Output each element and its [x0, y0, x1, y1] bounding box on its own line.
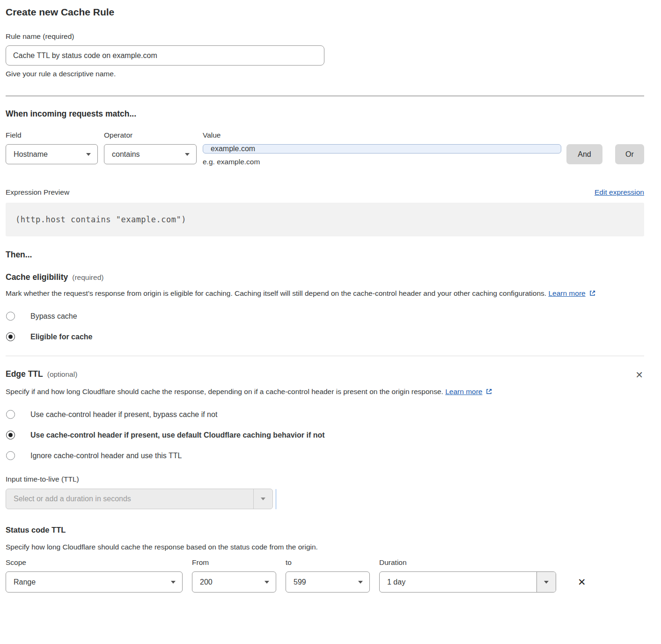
status-code-ttl-row: Scope Range From 200 to 599 Duration 1 d…	[6, 558, 644, 593]
cache-eligibility-header: Cache eligibility (required)	[6, 272, 644, 282]
radio-label: Bypass cache	[30, 312, 77, 321]
radio-icon[interactable]	[6, 410, 15, 419]
to-select-value: 599	[294, 578, 306, 586]
value-label: Value	[203, 131, 561, 139]
text-cursor	[275, 489, 277, 509]
learn-more-link[interactable]: Learn more	[548, 289, 595, 297]
radio-label: Eligible for cache	[30, 333, 92, 341]
to-label: to	[286, 558, 370, 567]
operator-select[interactable]: contains	[104, 144, 197, 164]
radio-icon[interactable]	[6, 451, 15, 460]
required-tag: (required)	[72, 273, 103, 282]
radio-label: Ignore cache-control header and use this…	[30, 452, 182, 460]
radio-ignore-cache-control[interactable]: Ignore cache-control header and use this…	[6, 451, 644, 460]
expression-preview-label: Expression Preview	[6, 188, 69, 197]
section-divider	[6, 356, 644, 356]
rule-name-label: Rule name (required)	[6, 32, 644, 41]
chevron-down-icon	[358, 581, 363, 584]
scope-select[interactable]: Range	[6, 571, 183, 593]
radio-eligible-for-cache[interactable]: Eligible for cache	[6, 332, 644, 341]
dropdown-arrow-button[interactable]	[536, 572, 556, 592]
ttl-duration-select[interactable]: Select or add a duration in seconds	[6, 489, 273, 509]
chevron-down-icon	[544, 581, 549, 584]
cache-eligibility-title: Cache eligibility	[6, 272, 68, 282]
page-title: Create new Cache Rule	[6, 7, 644, 18]
scope-label: Scope	[6, 558, 183, 567]
edge-ttl-header: Edge TTL (optional) ✕	[6, 369, 644, 381]
ttl-input-row: Select or add a duration in seconds	[6, 489, 644, 509]
duration-select-value: 1 day	[380, 572, 536, 592]
and-button[interactable]: And	[566, 144, 602, 164]
section-divider	[6, 95, 644, 96]
radio-icon[interactable]	[6, 312, 15, 321]
external-link-icon	[485, 388, 492, 395]
status-code-ttl-description: Specify how long Cloudflare should cache…	[6, 541, 644, 554]
radio-icon[interactable]	[6, 431, 15, 439]
chevron-down-icon	[86, 153, 91, 156]
edit-expression-link[interactable]: Edit expression	[595, 188, 644, 197]
description-text: Specify if and how long Cloudflare shoul…	[6, 388, 443, 395]
ttl-placeholder: Select or add a duration in seconds	[6, 489, 253, 509]
condition-row: Field Hostname Operator contains Value e…	[6, 131, 644, 166]
radio-cache-control-default[interactable]: Use cache-control header if present, use…	[6, 431, 644, 439]
operator-select-value: contains	[112, 150, 140, 159]
rule-name-section: Rule name (required) Give your rule a de…	[6, 32, 644, 78]
field-select-value: Hostname	[14, 150, 48, 159]
radio-label: Use cache-control header if present, byp…	[30, 410, 217, 419]
edge-ttl-description: Specify if and how long Cloudflare shoul…	[6, 385, 523, 398]
optional-tag: (optional)	[47, 370, 78, 379]
close-icon[interactable]: ✕	[634, 369, 644, 381]
field-select[interactable]: Hostname	[6, 144, 98, 164]
edge-ttl-title: Edge TTL	[6, 369, 43, 379]
or-button[interactable]: Or	[615, 144, 644, 164]
duration-label: Duration	[379, 558, 556, 567]
expression-preview-header: Expression Preview Edit expression	[6, 188, 644, 197]
duration-select[interactable]: 1 day	[379, 571, 556, 593]
dropdown-arrow-button[interactable]	[253, 489, 272, 509]
operator-label: Operator	[104, 131, 197, 139]
match-heading: When incoming requests match...	[6, 109, 644, 119]
value-input[interactable]	[203, 144, 561, 154]
value-helper: e.g. example.com	[203, 158, 561, 166]
from-select[interactable]: 200	[192, 571, 276, 593]
learn-more-link[interactable]: Learn more	[445, 388, 492, 395]
radio-icon[interactable]	[6, 332, 15, 341]
ttl-input-label: Input time-to-live (TTL)	[6, 475, 644, 483]
from-select-value: 200	[200, 578, 213, 586]
field-label: Field	[6, 131, 98, 139]
rule-name-input[interactable]	[6, 45, 324, 66]
learn-more-text: Learn more	[445, 388, 482, 395]
then-heading: Then...	[6, 250, 644, 260]
chevron-down-icon	[185, 153, 190, 156]
to-select[interactable]: 599	[286, 571, 370, 593]
status-code-ttl-title: Status code TTL	[6, 526, 644, 534]
rule-name-helper: Give your rule a descriptive name.	[6, 70, 644, 78]
radio-cache-control-bypass[interactable]: Use cache-control header if present, byp…	[6, 410, 644, 419]
scope-select-value: Range	[14, 578, 36, 586]
chevron-down-icon	[261, 498, 265, 500]
expression-code: (http.host contains "example.com")	[6, 203, 644, 236]
chevron-down-icon	[171, 581, 176, 584]
create-cache-rule-form: Create new Cache Rule Rule name (require…	[0, 0, 661, 607]
cache-eligibility-description: Mark whether the request’s response from…	[6, 287, 644, 300]
from-label: From	[192, 558, 276, 567]
radio-label: Use cache-control header if present, use…	[30, 431, 325, 439]
learn-more-text: Learn more	[548, 289, 585, 297]
chevron-down-icon	[264, 581, 269, 584]
description-text: Mark whether the request’s response from…	[6, 289, 546, 297]
external-link-icon	[589, 290, 596, 297]
radio-bypass-cache[interactable]: Bypass cache	[6, 312, 644, 321]
remove-row-icon[interactable]: ✕	[578, 571, 586, 593]
